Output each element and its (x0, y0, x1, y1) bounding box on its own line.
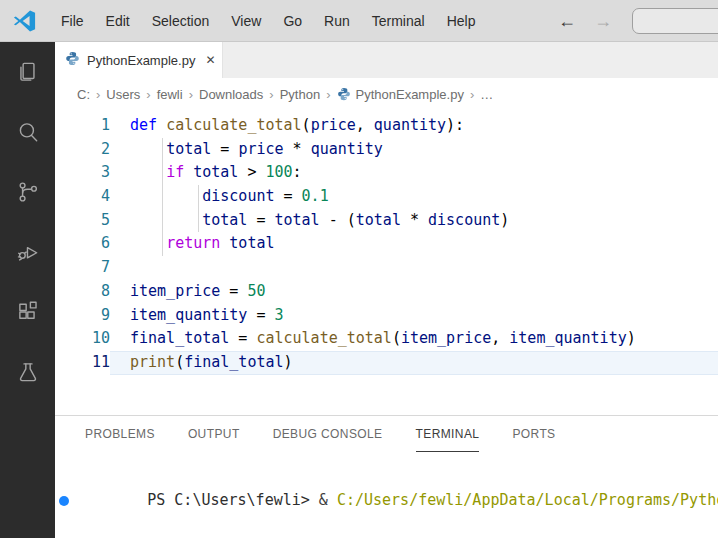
python-file-icon (65, 51, 80, 66)
code-token: = (247, 211, 274, 229)
run-and-debug-icon[interactable] (4, 228, 52, 276)
code-line-4[interactable]: 4 discount = 0.1 (55, 185, 718, 209)
code-token: 3 (275, 306, 284, 324)
breadcrumb-item-c-[interactable]: C: (77, 87, 90, 102)
explorer-icon[interactable] (4, 48, 52, 96)
code-line-text (110, 256, 718, 280)
panel-tab-problems[interactable]: PROBLEMS (85, 416, 155, 452)
terminal-prompt: PS C:\Users\fewli> (147, 491, 319, 509)
line-number: 7 (55, 256, 110, 280)
breadcrumb-item-downloads[interactable]: Downloads (199, 87, 263, 102)
code-token: item_price (130, 282, 220, 300)
breadcrumb-item-python[interactable]: Python (280, 87, 320, 102)
code-token: ( (392, 329, 401, 347)
indent-guide (162, 232, 163, 256)
code-line-text: item_quantity = 3 (110, 304, 718, 328)
title-bar: FileEditSelectionViewGoRunTerminalHelp ←… (0, 0, 718, 42)
code-token: total (202, 211, 247, 229)
tab-pythonexample[interactable]: PythonExample.py ✕ (55, 42, 223, 78)
panel-tab-bar: PROBLEMSOUTPUTDEBUG CONSOLETERMINALPORTS (55, 416, 718, 452)
code-token (184, 163, 193, 181)
indent-guide (162, 209, 163, 233)
menu-item-selection[interactable]: Selection (141, 0, 221, 41)
line-number: 1 (55, 114, 110, 138)
panel-tab-output[interactable]: OUTPUT (188, 416, 240, 452)
code-token: def (130, 116, 157, 134)
menu-item-terminal[interactable]: Terminal (361, 0, 436, 41)
code-line-text: discount = 0.1 (110, 185, 718, 209)
breadcrumb-item-fewli[interactable]: fewli (157, 87, 183, 102)
panel-tab-debug-console[interactable]: DEBUG CONSOLE (273, 416, 383, 452)
code-token: item_price (401, 329, 491, 347)
code-token: * (284, 140, 311, 158)
tab-bar: PythonExample.py ✕ (55, 42, 718, 78)
code-token: final_total (130, 329, 229, 347)
menu-item-run[interactable]: Run (313, 0, 361, 41)
menu-item-file[interactable]: File (50, 0, 95, 41)
line-number: 9 (55, 304, 110, 328)
breadcrumb-file-label: PythonExample.py (356, 87, 464, 102)
code-line-11[interactable]: 11print(final_total) (55, 351, 718, 375)
code-line-8[interactable]: 8item_price = 50 (55, 280, 718, 304)
code-token: = (211, 140, 238, 158)
code-line-3[interactable]: 3 if total > 100: (55, 161, 718, 185)
indent-guide (162, 185, 163, 209)
code-line-6[interactable]: 6 return total (55, 232, 718, 256)
menu-item-go[interactable]: Go (272, 0, 313, 41)
code-line-7[interactable]: 7 (55, 256, 718, 280)
menu-item-view[interactable]: View (220, 0, 272, 41)
back-arrow-button[interactable]: ← (558, 0, 576, 42)
source-control-icon[interactable] (4, 168, 52, 216)
line-number: 3 (55, 161, 110, 185)
code-line-1[interactable]: 1def calculate_total(price, quantity): (55, 114, 718, 138)
command-center-search-box[interactable] (632, 8, 718, 34)
code-token: ) (500, 211, 509, 229)
code-token: ): (446, 116, 464, 134)
terminal[interactable]: PS C:\Users\fewli> & C:/Users/fewli/AppD… (55, 452, 718, 538)
code-token: - ( (320, 211, 356, 229)
code-line-text: item_price = 50 (110, 280, 718, 304)
code-line-9[interactable]: 9item_quantity = 3 (55, 304, 718, 328)
python-file-icon-slot (65, 51, 87, 70)
code-token: print (130, 353, 175, 371)
extensions-icon[interactable] (4, 288, 52, 336)
code-line-5[interactable]: 5 total = total - (total * discount) (55, 209, 718, 233)
line-number: 5 (55, 209, 110, 233)
bottom-panel: PROBLEMSOUTPUTDEBUG CONSOLETERMINALPORTS… (55, 415, 718, 538)
terminal-line-command: PS C:\Users\fewli> & C:/Users/fewli/AppD… (75, 460, 718, 538)
code-line-text: final_total = calculate_total(item_price… (110, 327, 718, 351)
code-token: > (238, 163, 265, 181)
close-icon[interactable]: ✕ (205, 53, 215, 67)
breadcrumb-overflow[interactable]: … (480, 87, 493, 102)
panel-tab-ports[interactable]: PORTS (512, 416, 555, 452)
code-line-text: total = total - (total * discount) (110, 209, 718, 233)
breadcrumb-item-file[interactable]: PythonExample.py (337, 87, 464, 102)
breadcrumb-item-users[interactable]: Users (106, 87, 140, 102)
forward-arrow-button[interactable]: → (594, 0, 612, 42)
code-line-text: return total (110, 232, 718, 256)
breadcrumb-separator-icon: › (96, 87, 100, 102)
code-editor[interactable]: 1def calculate_total(price, quantity):2 … (55, 110, 718, 414)
testing-icon[interactable] (4, 348, 52, 396)
command-decoration-icon[interactable] (59, 496, 69, 506)
code-token: return (166, 234, 220, 252)
code-token: , (356, 116, 374, 134)
code-token (130, 163, 166, 181)
search-icon[interactable] (4, 108, 52, 156)
menu-item-help[interactable]: Help (436, 0, 487, 41)
code-token: total (166, 140, 211, 158)
menu-bar: FileEditSelectionViewGoRunTerminalHelp (50, 0, 486, 41)
code-line-10[interactable]: 10final_total = calculate_total(item_pri… (55, 327, 718, 351)
line-number: 2 (55, 138, 110, 162)
panel-tab-terminal[interactable]: TERMINAL (416, 416, 480, 452)
code-token: 50 (247, 282, 265, 300)
code-line-2[interactable]: 2 total = price * quantity (55, 138, 718, 162)
code-line-text: if total > 100: (110, 161, 718, 185)
code-token: total (275, 211, 320, 229)
code-token: * (401, 211, 428, 229)
activity-bar (0, 42, 55, 538)
tab-label: PythonExample.py (87, 53, 195, 68)
menu-item-edit[interactable]: Edit (95, 0, 141, 41)
code-token: final_total (184, 353, 283, 371)
code-token: discount (428, 211, 500, 229)
